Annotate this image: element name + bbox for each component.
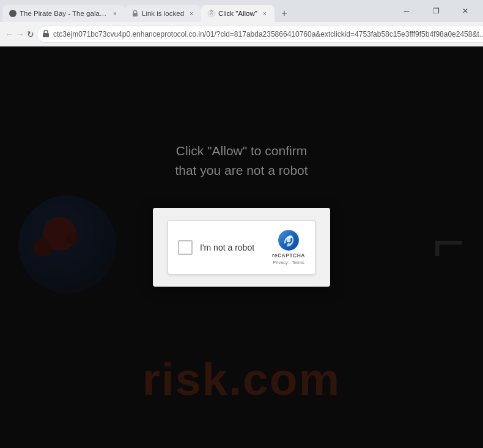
back-icon: ← <box>5 29 13 39</box>
lock-icon <box>42 29 50 40</box>
recaptcha-modal: I'm not a robot <box>153 208 330 287</box>
address-box[interactable]: ctc3ejm071bc73cvu4p0.enhanceprotocol.co.… <box>37 26 483 43</box>
terms-link[interactable]: Terms <box>292 260 304 265</box>
tab-piratebay[interactable]: The Pirate Bay - The galaxy's m... × <box>2 5 125 22</box>
tab-favicon-click-allow <box>207 9 216 18</box>
tab-click-allow[interactable]: Click "Allow" × <box>201 5 275 22</box>
watermark-text: risk.com <box>142 353 341 405</box>
heading-line1: Click "Allow" to confirm <box>176 144 307 158</box>
reload-button[interactable]: ↻ <box>27 26 34 43</box>
tab-close-piratebay[interactable]: × <box>110 9 120 18</box>
restore-button[interactable]: ❐ <box>422 0 450 22</box>
tab-favicon-piratebay <box>9 9 17 18</box>
svg-rect-1 <box>133 13 138 17</box>
back-button[interactable]: ← <box>5 26 13 43</box>
page-heading: Click "Allow" to confirm that you are no… <box>175 141 308 180</box>
heading-line2: that you are not a robot <box>175 163 308 177</box>
recaptcha-label: I'm not a robot <box>200 243 254 252</box>
minimize-button[interactable]: ─ <box>393 0 421 22</box>
recaptcha-right: reCAPTCHA Privacy - Terms <box>272 229 305 265</box>
new-tab-button[interactable]: + <box>276 5 293 22</box>
tab-strip: The Pirate Bay - The galaxy's m... × Lin… <box>0 0 393 22</box>
page-content: ⌐ risk.com Click "Allow" to confirm that… <box>0 46 483 448</box>
title-bar: The Pirate Bay - The galaxy's m... × Lin… <box>0 0 483 22</box>
recaptcha-logo-icon <box>278 229 300 251</box>
close-button[interactable]: ✕ <box>451 0 479 22</box>
forward-button[interactable]: → <box>16 26 24 43</box>
tab-title-link-locked: Link is locked <box>142 10 184 17</box>
svg-point-0 <box>9 10 17 17</box>
tab-favicon-link-locked <box>131 9 139 18</box>
tab-title-piratebay: The Pirate Bay - The galaxy's m... <box>20 10 108 17</box>
recaptcha-left: I'm not a robot <box>178 240 254 255</box>
recaptcha-links: Privacy - Terms <box>273 260 304 265</box>
recaptcha-box: I'm not a robot <box>168 220 315 274</box>
tab-close-click-allow[interactable]: × <box>260 9 270 18</box>
svg-point-9 <box>287 238 291 243</box>
reload-icon: ↻ <box>27 29 34 39</box>
tab-title-click-allow: Click "Allow" <box>218 10 257 17</box>
recaptcha-checkbox[interactable] <box>178 240 193 255</box>
address-text: ctc3ejm071bc73cvu4p0.enhanceprotocol.co.… <box>53 30 483 39</box>
privacy-link[interactable]: Privacy <box>273 260 288 265</box>
recaptcha-brand-label: reCAPTCHA <box>272 252 305 259</box>
chrome-window: The Pirate Bay - The galaxy's m... × Lin… <box>0 0 483 448</box>
svg-rect-3 <box>43 33 49 37</box>
tab-close-link-locked[interactable]: × <box>186 9 196 18</box>
address-bar-row: ← → ↻ ctc3ejm071bc73cvu4p0.enhanceprotoc… <box>0 22 483 46</box>
tab-link-locked[interactable]: Link is locked × <box>125 5 201 22</box>
forward-icon: → <box>16 29 24 39</box>
window-controls: ─ ❐ ✕ <box>393 0 483 22</box>
